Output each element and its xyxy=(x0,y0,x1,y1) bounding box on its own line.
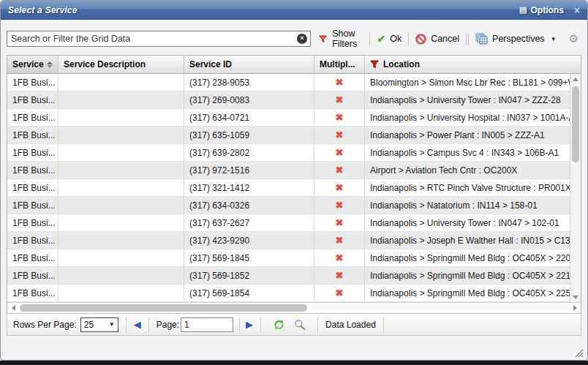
table-row[interactable]: 1FB Busi... (317) 634-0721 ✖ Indianapoli… xyxy=(7,109,570,127)
vertical-scrollbar[interactable] xyxy=(570,74,581,302)
chevron-down-icon: ▼ xyxy=(551,36,557,42)
ok-button[interactable]: ✔ Ok xyxy=(370,33,408,45)
cell-multiple: ✖ xyxy=(314,144,365,161)
multiple-flag-x-icon: ✖ xyxy=(336,287,344,298)
cell-service-description xyxy=(59,197,184,214)
cell-location: Indianapolis > Campus Svc 4 : IN343 > 10… xyxy=(365,144,570,161)
cancel-button[interactable]: Cancel xyxy=(409,34,466,45)
show-filters-button[interactable]: Show Filters xyxy=(319,29,369,49)
close-icon[interactable]: × xyxy=(574,5,580,15)
options-list-icon: ▤ xyxy=(519,5,527,15)
cell-service-description xyxy=(59,267,184,284)
table-row[interactable]: 1FB Busi... (317) 569-1854 ✖ Indianapoli… xyxy=(7,285,570,302)
table-row[interactable]: 1FB Busi... (317) 972-1516 ✖ Airport > A… xyxy=(7,162,570,179)
rows-per-page-select[interactable]: 25 ▼ xyxy=(80,317,118,332)
column-header-multiple[interactable]: Multipl... xyxy=(314,56,365,73)
options-button[interactable]: ▤ Options xyxy=(519,5,564,15)
cancel-label: Cancel xyxy=(431,34,459,44)
multiple-flag-x-icon: ✖ xyxy=(336,182,344,193)
cell-service: 1FB Busi... xyxy=(7,74,59,91)
dialog-titlebar[interactable]: Select a Service ▤ Options × xyxy=(1,1,587,20)
cell-service: 1FB Busi... xyxy=(7,162,59,178)
multiple-flag-x-icon: ✖ xyxy=(336,165,344,176)
column-header-service-id[interactable]: Service ID xyxy=(184,56,314,73)
cell-service: 1FB Busi... xyxy=(7,91,59,108)
vertical-scroll-thumb[interactable] xyxy=(572,86,579,162)
cell-service: 1FB Busi... xyxy=(7,249,59,266)
cell-service-id: (317) 321-1412 xyxy=(184,179,314,196)
dialog-title: Select a Service xyxy=(8,5,78,15)
show-filters-label: Show Filters xyxy=(332,29,369,49)
services-grid: Service Service Description Service ID M… xyxy=(7,55,581,314)
cell-multiple: ✖ xyxy=(314,285,365,301)
column-header-service-description[interactable]: Service Description xyxy=(59,56,184,73)
multiple-flag-x-icon: ✖ xyxy=(336,200,344,211)
table-row[interactable]: 1FB Busi... (317) 639-2802 ✖ Indianapoli… xyxy=(7,144,570,162)
cell-service-id: (317) 634-0326 xyxy=(184,197,314,214)
previous-page-button[interactable]: ◀ xyxy=(134,319,141,330)
multiple-flag-x-icon: ✖ xyxy=(336,217,344,228)
table-row[interactable]: 1FB Busi... (317) 569-1845 ✖ Indianapoli… xyxy=(7,249,570,267)
ok-label: Ok xyxy=(390,34,402,44)
cell-service-id: (317) 634-0721 xyxy=(184,109,314,126)
options-label: Options xyxy=(530,5,563,15)
cell-service-description xyxy=(59,285,184,301)
column-header-location[interactable]: Location xyxy=(365,56,581,73)
cell-service: 1FB Busi... xyxy=(7,214,59,231)
scroll-right-arrow[interactable] xyxy=(570,303,580,313)
cell-location: Indianapolis > Power Plant : IN005 > ZZZ… xyxy=(365,127,570,143)
table-row[interactable]: 1FB Busi... (317) 423-9290 ✖ Indianapoli… xyxy=(7,232,570,249)
chevron-down-icon: ▼ xyxy=(109,321,115,328)
table-row[interactable]: 1FB Busi... (317) 269-0083 ✖ Indianapoli… xyxy=(7,91,570,109)
scroll-down-arrow[interactable] xyxy=(570,292,581,302)
table-row[interactable]: 1FB Busi... (317) 569-1852 ✖ Indianapoli… xyxy=(7,267,570,285)
cell-service-description xyxy=(59,162,184,178)
cell-service-description xyxy=(59,109,184,126)
scroll-up-arrow[interactable] xyxy=(570,74,581,84)
pager-bar: Rows Per Page: 25 ▼ ◀ Page: ▶ xyxy=(7,313,581,336)
cell-multiple: ✖ xyxy=(314,197,365,214)
horizontal-scrollbar[interactable] xyxy=(7,302,581,313)
cell-location: Indianapolis > RTC Pinch Valve Structure… xyxy=(365,179,570,196)
cell-service-id: (317) 637-2627 xyxy=(184,214,314,231)
cell-multiple: ✖ xyxy=(314,214,365,231)
refresh-button[interactable] xyxy=(273,319,285,331)
resize-grip[interactable] xyxy=(573,347,584,358)
page-number-input[interactable] xyxy=(181,317,233,332)
cell-multiple: ✖ xyxy=(314,91,365,108)
cell-service-id: (317) 238-9053 xyxy=(184,74,314,91)
cell-location: Indianapolis > Natatorium : IN114 > 158-… xyxy=(365,197,570,214)
cell-service-id: (317) 972-1516 xyxy=(184,162,314,178)
clear-search-icon[interactable]: × xyxy=(297,34,307,44)
cell-service: 1FB Busi... xyxy=(7,232,59,249)
table-row[interactable]: 1FB Busi... (317) 238-9053 ✖ Bloomington… xyxy=(7,74,570,91)
column-header-service[interactable]: Service xyxy=(7,56,59,73)
refresh-icon xyxy=(273,319,285,331)
cell-service: 1FB Busi... xyxy=(7,179,59,196)
column-label: Service ID xyxy=(189,59,232,69)
checkmark-icon: ✔ xyxy=(377,33,385,45)
multiple-flag-x-icon: ✖ xyxy=(336,112,344,123)
cell-multiple: ✖ xyxy=(314,179,365,196)
table-row[interactable]: 1FB Busi... (317) 634-0326 ✖ Indianapoli… xyxy=(7,197,570,214)
table-row[interactable]: 1FB Busi... (317) 637-2627 ✖ Indianapoli… xyxy=(7,214,570,232)
table-row[interactable]: 1FB Busi... (317) 635-1059 ✖ Indianapoli… xyxy=(7,127,570,144)
cell-service-id: (317) 569-1854 xyxy=(184,285,314,301)
next-page-button[interactable]: ▶ xyxy=(246,319,253,330)
search-lookup-button[interactable] xyxy=(294,319,306,331)
rows-per-page-label: Rows Per Page: xyxy=(13,320,77,330)
perspectives-icon xyxy=(475,33,488,45)
gear-icon[interactable]: ⚙ xyxy=(569,32,578,45)
cell-location: Bloomington > Simon Msc Lbr Rec : BL181 … xyxy=(365,74,570,91)
cell-service-description xyxy=(59,74,184,91)
perspectives-button[interactable]: Perspectives ▼ xyxy=(469,33,562,45)
search-input[interactable] xyxy=(7,31,311,47)
column-label: Multipl... xyxy=(320,59,355,69)
cell-location: Airport > Aviation Tech Cntr : OC200X xyxy=(365,162,570,178)
scroll-left-arrow[interactable] xyxy=(8,303,18,313)
horizontal-scroll-thumb[interactable] xyxy=(20,304,307,312)
page-label: Page: xyxy=(157,320,179,330)
table-row[interactable]: 1FB Busi... (317) 321-1412 ✖ Indianapoli… xyxy=(7,179,570,197)
toolbar: × Show Filters ✔ Ok Cancel xyxy=(1,29,587,55)
cancel-icon xyxy=(415,34,426,45)
